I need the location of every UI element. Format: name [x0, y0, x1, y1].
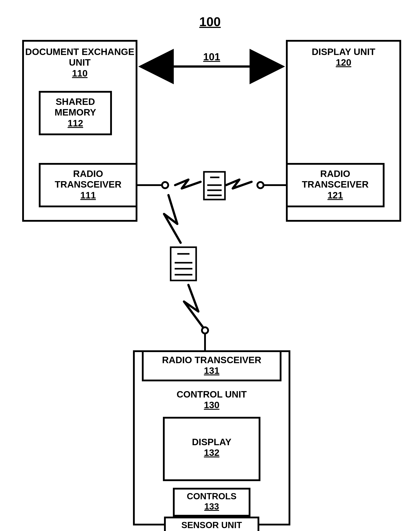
shared-memory-ref: 112 — [68, 118, 83, 128]
control-unit-title: CONTROL UNIT — [177, 389, 247, 399]
transceiver-a-title: RADIO TRANSCEIVER — [55, 168, 121, 190]
document-icon-top — [204, 172, 225, 199]
control-unit-label: CONTROL UNIT 130 — [133, 389, 290, 411]
doc-exchange-title-text: DOCUMENT EXCHANGE UNIT — [25, 46, 134, 68]
link-ref: 101 — [137, 51, 286, 63]
display-label: DISPLAY 132 — [163, 437, 260, 458]
transceiver-a-ref: 111 — [80, 190, 96, 200]
zig-h-right — [226, 180, 252, 188]
display-ref: 132 — [204, 447, 219, 458]
zig-h-left — [175, 180, 201, 188]
sensor-label: SENSOR UNIT 134 — [164, 520, 259, 531]
sensor-title: SENSOR UNIT — [181, 520, 242, 530]
display-unit-label: DISPLAY UNIT 120 — [286, 46, 401, 68]
transceiver-c-ref: 131 — [204, 365, 219, 376]
ant-b-circle — [257, 182, 264, 188]
shared-memory-title: SHARED MEMORY — [55, 96, 96, 118]
display-unit-ref: 120 — [336, 57, 351, 68]
svg-rect-0 — [204, 172, 225, 199]
controls-ref: 133 — [204, 501, 219, 511]
doc-exchange-ref: 110 — [72, 68, 88, 78]
controls-title: CONTROLS — [187, 491, 237, 501]
transceiver-c-label: RADIO TRANSCEIVER 131 — [142, 355, 282, 376]
ant-c-circle — [202, 327, 208, 334]
zig-v-top — [164, 195, 181, 243]
ant-a-circle — [162, 182, 168, 188]
diagram-stage: 100 DOCUMENT EXCHANGE UNIT 110 SHARED ME… — [0, 0, 420, 531]
zig-v-bottom — [184, 285, 203, 327]
transceiver-b-title: RADIO TRANSCEIVER — [302, 168, 369, 190]
system-ref: 100 — [0, 15, 420, 29]
transceiver-a-label: RADIO TRANSCEIVER 111 — [39, 168, 137, 201]
display-title: DISPLAY — [192, 437, 231, 447]
document-icon-mid — [171, 247, 196, 280]
transceiver-c-title: RADIO TRANSCEIVER — [162, 355, 261, 365]
svg-rect-5 — [171, 247, 196, 280]
shared-memory-label: SHARED MEMORY 112 — [39, 96, 112, 129]
transceiver-b-ref: 121 — [327, 190, 343, 200]
transceiver-b-label: RADIO TRANSCEIVER 121 — [286, 168, 385, 201]
display-unit-title: DISPLAY UNIT — [312, 46, 375, 57]
doc-exchange-title: DOCUMENT EXCHANGE UNIT 110 — [22, 46, 137, 79]
control-unit-ref: 130 — [204, 400, 219, 410]
controls-label: CONTROLS 133 — [173, 491, 250, 512]
